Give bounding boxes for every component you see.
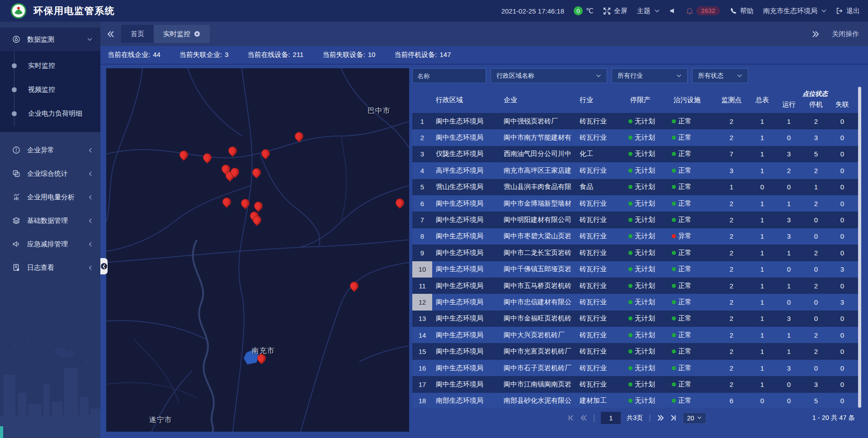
industry-select[interactable]: 所有行业 [612, 68, 688, 83]
table-row[interactable]: 3 仪陇生态环境局 西南油气田分公司川中 化工 无计划 正常 7 1 3 5 0 [412, 146, 861, 162]
sidebar-item-enterprise-statistics[interactable]: 企业综合统计 [0, 162, 100, 185]
first-page-button[interactable] [567, 414, 574, 421]
status-dot-icon [628, 218, 632, 222]
tab-home[interactable]: 首页 [121, 25, 154, 43]
row-index: 7 [412, 212, 432, 228]
tab-realtime-monitor[interactable]: 实时监控 [154, 25, 210, 43]
table-row[interactable]: 16 阆中生态环境局 阆中市石子页岩机砖厂 砖瓦行业 无计划 正常 2 1 3 … [412, 360, 861, 376]
row-meter: 1 [750, 162, 775, 179]
name-search-input[interactable] [412, 68, 486, 83]
sidebar-item-video-monitor[interactable]: 视频监控 [0, 78, 100, 102]
row-industry: 砖瓦行业 [576, 195, 627, 212]
row-limit-status: 无计划 [627, 343, 670, 359]
row-meter: 1 [750, 195, 775, 212]
table-row[interactable]: 7 阆中生态环境局 阆中明阳建材有限公司 砖瓦行业 无计划 正常 2 1 3 0… [412, 212, 861, 228]
chevron-down-icon [655, 9, 660, 13]
row-meter: 1 [750, 146, 775, 162]
table-scrollbar[interactable] [858, 87, 861, 408]
row-facility-status: 异常 [670, 228, 713, 245]
table-rows: 1 阆中生态环境局 阆中强锐页岩砖厂 砖瓦行业 无计划 正常 2 1 1 2 0… [412, 113, 861, 408]
row-region: 阆中生态环境局 [432, 327, 500, 343]
row-facility-status: 正常 [670, 146, 713, 162]
notification-area[interactable]: 2632 [686, 6, 720, 15]
row-index: 3 [412, 146, 432, 162]
table-row[interactable]: 14 阆中生态环境局 阆中大兴页岩机砖厂 砖瓦行业 无计划 正常 2 1 1 2… [412, 327, 861, 343]
prev-page-button[interactable] [580, 414, 587, 421]
table-row[interactable]: 13 阆中生态环境局 阆中市金福旺页岩机砖 砖瓦行业 无计划 正常 2 1 3 … [412, 311, 861, 327]
chevron-down-icon [87, 38, 92, 41]
row-index: 17 [412, 376, 432, 392]
table-row[interactable]: 1 阆中生态环境局 阆中强锐页岩砖厂 砖瓦行业 无计划 正常 2 1 1 2 0 [412, 113, 861, 129]
close-tab-icon[interactable] [194, 31, 200, 37]
table-row[interactable]: 11 阆中生态环境局 阆中市五马桥页岩机砖 砖瓦行业 无计划 正常 2 1 1 … [412, 278, 861, 294]
row-run: 0 [775, 129, 803, 146]
table-row[interactable]: 17 阆中生态环境局 阆中市江南镇阆南页岩 砖瓦行业 无计划 正常 2 1 0 … [412, 376, 861, 392]
table-row[interactable]: 12 阆中生态环境局 阆中市忠信建材有限公 砖瓦行业 无计划 正常 2 1 0 … [412, 294, 861, 310]
help-button[interactable]: 帮助 [730, 7, 754, 15]
row-index: 10 [412, 261, 432, 278]
org-dropdown[interactable]: 南充市生态环境局 [763, 7, 826, 15]
row-region: 阆中生态环境局 [432, 113, 500, 129]
sidebar-item-log-view[interactable]: 日志查看 [0, 256, 100, 279]
row-meter: 1 [750, 129, 775, 146]
next-page-button[interactable] [657, 414, 664, 421]
row-company: 阆中市金福旺页岩机砖 [500, 311, 576, 327]
col-facility: 治污设施 [670, 87, 713, 113]
row-points: 1 [713, 179, 750, 195]
row-lost: 0 [829, 393, 855, 408]
map-panel[interactable]: 巴中市南充市遂宁市 [106, 68, 409, 432]
row-company: 阆中市二龙长宝页岩砖 [500, 245, 576, 261]
table-row[interactable]: 5 营山生态环境局 营山县润丰肉食品有限 食品 无计划 正常 1 0 0 1 0 [412, 179, 861, 195]
double-chevron-right-icon[interactable] [812, 31, 819, 38]
sidebar-item-power-analysis[interactable]: 企业用电量分析 [0, 185, 100, 209]
page-size-select[interactable]: 20 [683, 412, 707, 424]
row-facility-status: 正常 [670, 179, 713, 195]
row-meter: 1 [750, 311, 775, 327]
chevron-left-icon: ❮ [101, 263, 107, 269]
row-limit-status: 无计划 [627, 393, 670, 408]
sidebar-item-emergency-reduction[interactable]: 应急减排管理 [0, 232, 100, 256]
fullscreen-icon [603, 7, 611, 15]
sidebar-item-enterprise-abnormal[interactable]: 企业异常 [0, 138, 100, 162]
table-row[interactable]: 6 阆中生态环境局 阆中市金博瑞新型墙材 砖瓦行业 无计划 正常 2 1 1 2… [412, 195, 861, 212]
row-region: 南部生态环境局 [432, 393, 500, 408]
sidebar-item-data-monitor[interactable]: 数据监测 [0, 28, 100, 51]
table-row[interactable]: 15 阆中生态环境局 阆中市光富页岩机砖厂 砖瓦行业 无计划 正常 2 1 1 … [412, 343, 861, 359]
table-row[interactable]: 2 阆中生态环境局 阆中市南方节能建材有 砖瓦行业 无计划 正常 2 1 0 3… [412, 129, 861, 146]
table-header: 行政区域 企业 行业 停限产 治污设施 监测点 总表 运行 停机 失联 点位状态 [412, 87, 861, 113]
sidebar-item-power-load-detail[interactable]: 企业电力负荷明细 [0, 102, 100, 126]
row-region: 阆中生态环境局 [432, 294, 500, 310]
logout-button[interactable]: 退出 [836, 7, 860, 15]
sidebar-item-basic-data[interactable]: 基础数据管理 [0, 209, 100, 232]
region-select[interactable]: 行政区域名称 [491, 68, 607, 83]
close-operations-button[interactable]: 关闭操作 [832, 30, 859, 38]
row-run: 0 [775, 393, 803, 408]
temperature-unit: ℃ [586, 7, 594, 15]
notification-count-badge: 2632 [696, 6, 720, 15]
fullscreen-button[interactable]: 全屏 [603, 7, 627, 15]
theme-dropdown[interactable]: 主题 [637, 7, 660, 15]
mute-button[interactable] [669, 7, 676, 14]
row-index: 12 [412, 294, 432, 310]
row-limit-status: 无计划 [627, 245, 670, 261]
row-points: 2 [713, 360, 750, 376]
sidebar-collapse-button[interactable]: ❮ [100, 258, 108, 274]
table-row[interactable]: 18 南部生态环境局 南部县砂化水泥有限公 建材加工 无计划 正常 6 0 0 … [412, 393, 861, 408]
table-row[interactable]: 8 阆中生态环境局 阆中市枣碧大梁山页岩 砖瓦行业 无计划 异常 2 1 3 0… [412, 228, 861, 245]
row-run: 1 [775, 327, 803, 343]
table-row[interactable]: 10 阆中生态环境局 阆中千佛镇五郎垭页岩 砖瓦行业 无计划 正常 2 1 0 … [412, 261, 861, 278]
col-meter: 总表 [750, 87, 775, 113]
sidebar-item-realtime-monitor[interactable]: 实时监控 [0, 54, 100, 78]
row-company: 阆中市金博瑞新型墙材 [500, 195, 576, 212]
page-number-input[interactable] [601, 412, 621, 424]
status-dot-icon [628, 185, 632, 189]
row-index: 8 [412, 228, 432, 245]
tabs-scroll-left-button[interactable] [100, 31, 121, 38]
row-industry: 砖瓦行业 [576, 278, 627, 294]
table-row[interactable]: 9 阆中生态环境局 阆中市二龙长宝页岩砖 砖瓦行业 无计划 正常 2 1 1 2… [412, 245, 861, 261]
table-row[interactable]: 4 高坪生态环境局 南充市高坪区王家店建 砖瓦行业 无计划 正常 3 1 2 2… [412, 162, 861, 179]
status-select[interactable]: 所有状态 [692, 68, 748, 83]
row-meter: 1 [750, 245, 775, 261]
last-page-button[interactable] [670, 414, 677, 421]
row-industry: 砖瓦行业 [576, 327, 627, 343]
